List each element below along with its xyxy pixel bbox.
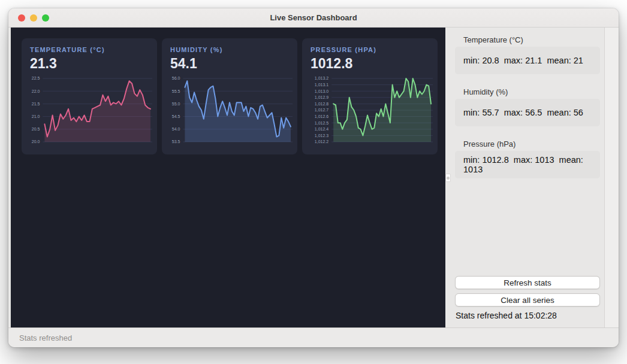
title-bar: Live Sensor Dashboard bbox=[8, 8, 619, 28]
pressure-stats-group: Pressure (hPa) min: 1012.8 max: 1013 mea… bbox=[455, 139, 600, 178]
temperature-stats-group: Temperature (°C) min: 20.8 max: 21.1 mea… bbox=[455, 35, 600, 74]
svg-text:54.5: 54.5 bbox=[172, 114, 180, 119]
svg-text:20.5: 20.5 bbox=[32, 127, 40, 131]
humidity-current-value: 54.1 bbox=[170, 56, 289, 72]
svg-text:1,012.6: 1,012.6 bbox=[315, 114, 328, 119]
svg-text:1,013.0: 1,013.0 bbox=[315, 89, 328, 93]
svg-text:1,012.3: 1,012.3 bbox=[315, 134, 328, 138]
svg-text:55.5: 55.5 bbox=[172, 89, 180, 93]
pressure-stats-values: min: 1012.8 max: 1013 mean: 1013 bbox=[463, 155, 600, 174]
svg-text:1,012.4: 1,012.4 bbox=[315, 127, 328, 131]
card-pressure: PRESSURE (HPA) 1012.8 1,012.21,012.31,01… bbox=[302, 38, 438, 154]
svg-text:21.0: 21.0 bbox=[32, 114, 40, 119]
svg-text:22.0: 22.0 bbox=[32, 89, 40, 93]
svg-text:1,013.2: 1,013.2 bbox=[315, 76, 328, 80]
svg-text:54.0: 54.0 bbox=[172, 127, 180, 131]
temperature-card-title: TEMPERATURE (°C) bbox=[30, 46, 149, 53]
content-area: TEMPERATURE (°C) 21.3 20.020.521.021.522… bbox=[8, 28, 619, 327]
svg-text:55.0: 55.0 bbox=[172, 102, 180, 106]
pressure-current-value: 1012.8 bbox=[311, 56, 429, 72]
traffic-lights bbox=[18, 8, 49, 27]
clear-all-series-button[interactable]: Clear all series bbox=[455, 293, 600, 307]
app-window: Live Sensor Dashboard TEMPERATURE (°C) 2… bbox=[8, 8, 619, 347]
humidity-chart: 53.554.054.555.055.556.0 bbox=[168, 75, 295, 148]
humidity-stats-group: Humidity (%) min: 55.7 max: 56.5 mean: 5… bbox=[455, 87, 600, 126]
svg-text:21.5: 21.5 bbox=[32, 102, 40, 106]
svg-text:1,012.5: 1,012.5 bbox=[315, 121, 328, 125]
sidebar-status-text: Stats refreshed at 15:02:28 bbox=[456, 311, 600, 320]
humidity-card-title: HUMIDITY (%) bbox=[170, 46, 289, 53]
svg-text:56.0: 56.0 bbox=[172, 76, 180, 80]
humidity-stats-box: min: 55.7 max: 56.5 mean: 56 bbox=[455, 99, 600, 126]
window-title: Live Sensor Dashboard bbox=[270, 13, 357, 22]
panel-splitter bbox=[445, 28, 451, 327]
humidity-stats-label: Humidity (%) bbox=[463, 87, 600, 96]
svg-text:1,012.2: 1,012.2 bbox=[315, 139, 328, 144]
status-bar-text: Stats refreshed bbox=[19, 333, 72, 342]
svg-text:1,013.1: 1,013.1 bbox=[315, 83, 328, 87]
refresh-stats-button[interactable]: Refresh stats bbox=[455, 276, 600, 289]
pressure-stats-label: Pressure (hPa) bbox=[463, 139, 600, 148]
temperature-stats-label: Temperature (°C) bbox=[463, 35, 600, 44]
svg-text:1,012.7: 1,012.7 bbox=[315, 108, 328, 112]
card-temperature: TEMPERATURE (°C) 21.3 20.020.521.021.522… bbox=[22, 38, 157, 154]
stats-sidebar: Temperature (°C) min: 20.8 max: 21.1 mea… bbox=[451, 28, 619, 327]
temperature-chart: 20.020.521.021.522.022.5 bbox=[28, 75, 155, 148]
svg-text:20.0: 20.0 bbox=[32, 139, 40, 144]
svg-text:1,012.9: 1,012.9 bbox=[315, 95, 328, 99]
close-button[interactable] bbox=[18, 14, 25, 22]
svg-text:22.5: 22.5 bbox=[32, 76, 40, 80]
sidebar-actions: Refresh stats Clear all series Stats ref… bbox=[451, 276, 619, 321]
minimize-button[interactable] bbox=[30, 14, 37, 22]
temperature-stats-values: min: 20.8 max: 21.1 mean: 21 bbox=[463, 56, 583, 65]
temperature-current-value: 21.3 bbox=[30, 56, 149, 72]
svg-text:53.5: 53.5 bbox=[172, 139, 180, 144]
pressure-card-title: PRESSURE (HPA) bbox=[311, 46, 429, 53]
card-humidity: HUMIDITY (%) 54.1 53.554.054.555.055.556… bbox=[162, 38, 297, 154]
svg-text:1,012.8: 1,012.8 bbox=[315, 102, 328, 106]
status-bar: Stats refreshed bbox=[8, 327, 619, 347]
pressure-chart: 1,012.21,012.31,012.41,012.51,012.61,012… bbox=[308, 75, 435, 148]
zoom-button[interactable] bbox=[42, 14, 49, 22]
splitter-handle[interactable] bbox=[445, 174, 451, 182]
humidity-stats-values: min: 55.7 max: 56.5 mean: 56 bbox=[463, 108, 583, 117]
pressure-stats-box: min: 1012.8 max: 1013 mean: 1013 bbox=[455, 151, 600, 178]
temperature-stats-box: min: 20.8 max: 21.1 mean: 21 bbox=[455, 47, 600, 74]
dashboard-panel: TEMPERATURE (°C) 21.3 20.020.521.021.522… bbox=[11, 28, 445, 327]
